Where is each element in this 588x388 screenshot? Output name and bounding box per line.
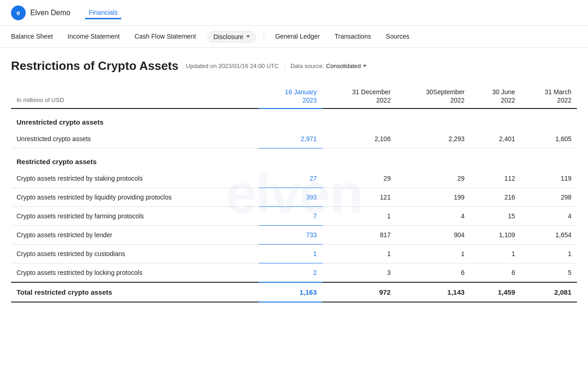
row-value-staking-col3: 112 bbox=[470, 169, 520, 188]
total-row-label: Total restricted crypto assets bbox=[11, 282, 259, 302]
disclosure-chevron-icon bbox=[246, 35, 250, 38]
row-value-lender-col1: 817 bbox=[322, 226, 396, 245]
sub-nav-transactions[interactable]: Transactions bbox=[327, 26, 379, 48]
row-value-unrestricted-crypto-col0: 2,971 bbox=[259, 130, 322, 148]
page-title-row: Restrictions of Crypto Assets Updated on… bbox=[11, 59, 577, 73]
row-value-unrestricted-crypto-col4: 1,605 bbox=[520, 130, 577, 148]
main-nav-financials[interactable]: Financials bbox=[85, 7, 121, 19]
row-value-locking-col2: 6 bbox=[396, 263, 470, 283]
row-value-locking-col4: 5 bbox=[520, 263, 577, 283]
page-content: Restrictions of Crypto Assets Updated on… bbox=[0, 48, 588, 302]
section-header-unrestricted: Unrestricted crypto assets bbox=[11, 108, 577, 130]
row-value-custodians-col1: 1 bbox=[322, 245, 396, 263]
total-row-value-col1: 972 bbox=[322, 282, 396, 302]
row-value-farming-col2: 4 bbox=[396, 207, 470, 226]
total-row: Total restricted crypto assets1,1639721,… bbox=[11, 282, 577, 302]
top-header: e Elven Demo Financials bbox=[0, 0, 588, 26]
row-value-staking-col2: 29 bbox=[396, 169, 470, 188]
section-header-restricted: Restricted crypto assets bbox=[11, 148, 577, 170]
col-header-dec2022: 31 December 2022 bbox=[322, 84, 396, 108]
row-value-custodians-col0: 1 bbox=[259, 245, 322, 263]
data-source-label: Data source: bbox=[290, 63, 324, 69]
sub-nav: Balance Sheet Income Statement Cash Flow… bbox=[0, 26, 588, 48]
row-value-farming-col1: 1 bbox=[322, 207, 396, 226]
row-label-lender: Crypto assets restricted by lender bbox=[11, 226, 259, 245]
sub-nav-income-statement[interactable]: Income Statement bbox=[60, 26, 127, 48]
row-value-unrestricted-crypto-col3: 2,401 bbox=[470, 130, 520, 148]
row-label-custodians: Crypto assets restricted by custodians bbox=[11, 245, 259, 263]
row-value-unrestricted-crypto-col1: 2,106 bbox=[322, 130, 396, 148]
row-label-liquidity: Crypto assets restricted by liquidity pr… bbox=[11, 188, 259, 207]
col-header-sep2022: 30September 2022 bbox=[396, 84, 470, 108]
row-value-locking-col1: 3 bbox=[322, 263, 396, 283]
table-label-col-header: In millions of USD bbox=[11, 84, 259, 108]
row-value-farming-col0: 7 bbox=[259, 207, 322, 226]
page-meta: Updated on 2023/01/16 24:00 UTC Data sou… bbox=[186, 63, 367, 70]
row-value-farming-col4: 4 bbox=[520, 207, 577, 226]
app-logo: e bbox=[11, 6, 26, 20]
row-value-staking-col4: 119 bbox=[520, 169, 577, 188]
row-value-lender-col3: 1,109 bbox=[470, 226, 520, 245]
app-name: Elven Demo bbox=[30, 9, 70, 17]
row-value-locking-col3: 6 bbox=[470, 263, 520, 283]
row-label-unrestricted-crypto: Unrestricted crypto assets bbox=[11, 130, 259, 148]
row-value-staking-col1: 29 bbox=[322, 169, 396, 188]
row-value-custodians-col3: 1 bbox=[470, 245, 520, 263]
row-value-liquidity-col1: 121 bbox=[322, 188, 396, 207]
row-value-lender-col0: 733 bbox=[259, 226, 322, 245]
sub-nav-disclosure[interactable]: Disclosure bbox=[207, 30, 256, 43]
col-header-jun2022: 30 June 2022 bbox=[470, 84, 520, 108]
row-value-liquidity-col3: 216 bbox=[470, 188, 520, 207]
table-wrapper: elven In millions of USD 16 January 2023… bbox=[11, 84, 577, 302]
data-source-chevron-icon bbox=[363, 65, 367, 67]
table-row-custodians: Crypto assets restricted by custodians11… bbox=[11, 245, 577, 263]
page-title: Restrictions of Crypto Assets bbox=[11, 59, 179, 73]
total-row-value-col0: 1,163 bbox=[259, 282, 322, 302]
sub-nav-balance-sheet[interactable]: Balance Sheet bbox=[11, 26, 60, 48]
table-row-liquidity: Crypto assets restricted by liquidity pr… bbox=[11, 188, 577, 207]
total-row-value-col2: 1,143 bbox=[396, 282, 470, 302]
sub-nav-cash-flow[interactable]: Cash Flow Statement bbox=[127, 26, 204, 48]
data-source-value[interactable]: Consolidated bbox=[326, 63, 367, 69]
data-source: Data source: Consolidated bbox=[290, 63, 367, 69]
table-row-unrestricted-crypto: Unrestricted crypto assets2,9712,1062,29… bbox=[11, 130, 577, 148]
row-value-unrestricted-crypto-col2: 2,293 bbox=[396, 130, 470, 148]
row-value-lender-col2: 904 bbox=[396, 226, 470, 245]
row-value-lender-col4: 1,654 bbox=[520, 226, 577, 245]
logo-area: e Elven Demo bbox=[11, 6, 70, 20]
row-value-custodians-col2: 1 bbox=[396, 245, 470, 263]
meta-divider bbox=[284, 63, 285, 70]
row-value-liquidity-col0: 393 bbox=[259, 188, 322, 207]
total-row-value-col4: 2,081 bbox=[520, 282, 577, 302]
row-label-farming: Crypto assets restricted by farming prot… bbox=[11, 207, 259, 226]
row-label-locking: Crypto assets restricted by locking prot… bbox=[11, 263, 259, 283]
col-header-jan2023: 16 January 2023 bbox=[259, 84, 322, 108]
row-value-custodians-col4: 1 bbox=[520, 245, 577, 263]
table-row-lender: Crypto assets restricted by lender733817… bbox=[11, 226, 577, 245]
table-row-farming: Crypto assets restricted by farming prot… bbox=[11, 207, 577, 226]
sub-nav-sources[interactable]: Sources bbox=[379, 26, 417, 48]
table-row-locking: Crypto assets restricted by locking prot… bbox=[11, 263, 577, 283]
financial-table: In millions of USD 16 January 2023 31 De… bbox=[11, 84, 577, 302]
table-row-staking: Crypto assets restricted by staking prot… bbox=[11, 169, 577, 188]
col-header-mar2022: 31 March 2022 bbox=[520, 84, 577, 108]
row-value-farming-col3: 15 bbox=[470, 207, 520, 226]
sub-nav-divider bbox=[264, 31, 264, 42]
row-value-staking-col0: 27 bbox=[259, 169, 322, 188]
total-row-value-col3: 1,459 bbox=[470, 282, 520, 302]
updated-text: Updated on 2023/01/16 24:00 UTC bbox=[186, 63, 279, 69]
row-label-staking: Crypto assets restricted by staking prot… bbox=[11, 169, 259, 188]
row-value-liquidity-col2: 199 bbox=[396, 188, 470, 207]
sub-nav-general-ledger[interactable]: General Ledger bbox=[268, 26, 327, 48]
row-value-locking-col0: 2 bbox=[259, 263, 322, 283]
row-value-liquidity-col4: 298 bbox=[520, 188, 577, 207]
